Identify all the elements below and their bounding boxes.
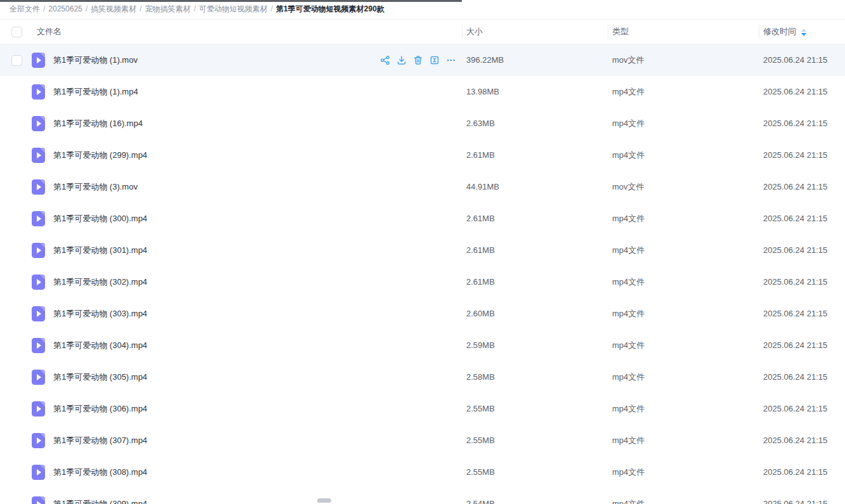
file-size: 2.61MB	[466, 139, 495, 171]
column-divider	[759, 25, 759, 39]
file-type: mov文件	[612, 171, 645, 203]
file-row[interactable]: 第1季可爱动物 (299).mp4	[0, 139, 845, 171]
breadcrumb-separator: /	[193, 4, 195, 13]
file-size: 2.61MB	[466, 266, 495, 298]
video-file-icon	[32, 179, 45, 195]
file-row[interactable]: 第1季可爱动物 (16).mp4	[0, 108, 845, 139]
file-modified-time: 2025.06.24 21:15	[763, 108, 827, 139]
file-size: 2.60MB	[466, 298, 495, 330]
file-name[interactable]: 第1季可爱动物 (303).mp4	[53, 298, 147, 330]
file-name[interactable]: 第1季可爱动物 (299).mp4	[53, 139, 147, 171]
file-modified-time: 2025.06.24 21:15	[763, 298, 827, 330]
file-type: mov文件	[612, 44, 645, 76]
file-type: mp4文件	[612, 139, 645, 171]
file-row[interactable]: 第1季可爱动物 (309).mp4	[0, 488, 845, 504]
breadcrumb-item[interactable]: 20250625	[48, 4, 82, 13]
file-type: mp4文件	[612, 361, 645, 393]
file-size: 2.61MB	[466, 235, 495, 266]
file-name[interactable]: 第1季可爱动物 (304).mp4	[53, 330, 147, 361]
video-file-icon	[32, 275, 45, 290]
file-modified-time: 2025.06.24 21:15	[763, 44, 827, 76]
file-name[interactable]: 第1季可爱动物 (16).mp4	[53, 108, 143, 139]
file-modified-time: 2025.06.24 21:15	[763, 330, 827, 361]
file-modified-time: 2025.06.24 21:15	[763, 171, 827, 203]
file-name[interactable]: 第1季可爱动物 (1).mp4	[53, 76, 138, 108]
column-header-modified-label: 修改时间	[763, 27, 796, 36]
column-header-type[interactable]: 类型	[612, 20, 629, 44]
file-row[interactable]: 第1季可爱动物 (302).mp4	[0, 266, 845, 298]
file-row[interactable]: 第1季可爱动物 (308).mp4	[0, 456, 845, 488]
file-size: 2.61MB	[466, 203, 495, 235]
column-divider	[608, 25, 608, 39]
file-modified-time: 2025.06.24 21:15	[763, 393, 827, 425]
file-row[interactable]: 第1季可爱动物 (1).mp4	[0, 76, 845, 108]
column-header-modified[interactable]: 修改时间	[763, 20, 807, 44]
file-row[interactable]: 第1季可爱动物 (1).mov	[0, 44, 845, 76]
file-modified-time: 2025.06.24 21:15	[763, 425, 827, 456]
row-checkbox[interactable]	[11, 55, 22, 66]
file-name[interactable]: 第1季可爱动物 (309).mp4	[53, 488, 147, 504]
file-size: 44.91MB	[466, 171, 499, 203]
file-modified-time: 2025.06.24 21:15	[763, 456, 827, 488]
file-size: 2.55MB	[466, 425, 495, 456]
column-header-filename[interactable]: 文件名	[37, 20, 62, 44]
file-type: mp4文件	[612, 488, 645, 504]
sort-asc-caret-icon[interactable]	[801, 29, 806, 32]
file-type: mp4文件	[612, 108, 645, 139]
column-header-size[interactable]: 大小	[466, 20, 483, 44]
select-all-checkbox[interactable]	[11, 27, 22, 37]
file-row[interactable]: 第1季可爱动物 (307).mp4	[0, 425, 845, 456]
file-row[interactable]: 第1季可爱动物 (304).mp4	[0, 330, 845, 361]
file-name[interactable]: 第1季可爱动物 (305).mp4	[53, 361, 147, 393]
video-file-icon	[32, 370, 45, 385]
file-size: 2.55MB	[466, 393, 495, 425]
file-type: mp4文件	[612, 76, 645, 108]
file-type: mp4文件	[612, 330, 645, 361]
file-name[interactable]: 第1季可爱动物 (307).mp4	[53, 425, 147, 456]
file-row[interactable]: 第1季可爱动物 (300).mp4	[0, 203, 845, 235]
file-modified-time: 2025.06.24 21:15	[763, 361, 827, 393]
breadcrumb-item[interactable]: 全部文件	[10, 4, 40, 13]
rename-icon[interactable]	[429, 55, 440, 66]
file-type: mp4文件	[612, 266, 645, 298]
breadcrumb-separator: /	[43, 4, 45, 13]
file-row[interactable]: 第1季可爱动物 (303).mp4	[0, 298, 845, 330]
video-file-icon	[32, 338, 45, 353]
video-file-icon	[32, 53, 45, 68]
breadcrumb-item[interactable]: 可爱动物短视频素材	[199, 4, 268, 13]
file-row[interactable]: 第1季可爱动物 (305).mp4	[0, 361, 845, 393]
horizontal-scrollbar-thumb[interactable]	[317, 498, 331, 503]
breadcrumb: 全部文件/20250625/搞笑视频素材/宠物搞笑素材/可爱动物短视频素材/第1…	[0, 2, 845, 19]
file-type: mp4文件	[612, 298, 645, 330]
file-size: 2.54MB	[466, 488, 495, 504]
file-name[interactable]: 第1季可爱动物 (3).mov	[53, 171, 138, 203]
file-name[interactable]: 第1季可爱动物 (308).mp4	[53, 456, 147, 488]
more-icon[interactable]	[445, 55, 456, 66]
breadcrumb-item[interactable]: 搞笑视频素材	[91, 4, 136, 13]
file-row[interactable]: 第1季可爱动物 (306).mp4	[0, 393, 845, 425]
file-type: mp4文件	[612, 456, 645, 488]
download-icon[interactable]	[396, 55, 407, 66]
sort-icon[interactable]	[801, 29, 807, 36]
file-size: 13.98MB	[466, 76, 499, 108]
file-name[interactable]: 第1季可爱动物 (301).mp4	[53, 235, 147, 266]
file-size: 2.55MB	[466, 456, 495, 488]
file-list: 第1季可爱动物 (1).mov	[0, 44, 845, 504]
video-file-icon	[32, 401, 45, 417]
delete-icon[interactable]	[412, 55, 423, 66]
breadcrumb-separator: /	[86, 4, 88, 13]
file-name[interactable]: 第1季可爱动物 (306).mp4	[53, 393, 147, 425]
sort-desc-caret-icon[interactable]	[801, 33, 806, 36]
file-name[interactable]: 第1季可爱动物 (302).mp4	[53, 266, 147, 298]
breadcrumb-item[interactable]: 宠物搞笑素材	[145, 4, 190, 13]
file-row[interactable]: 第1季可爱动物 (301).mp4	[0, 235, 845, 266]
share-icon[interactable]	[379, 55, 390, 66]
file-row[interactable]: 第1季可爱动物 (3).mov	[0, 171, 845, 203]
file-size: 2.59MB	[466, 330, 495, 361]
file-name[interactable]: 第1季可爱动物 (300).mp4	[53, 203, 147, 235]
file-name[interactable]: 第1季可爱动物 (1).mov	[53, 44, 138, 76]
breadcrumb-current: 第1季可爱动物短视频素材290款	[276, 4, 384, 13]
video-file-icon	[32, 496, 45, 504]
file-manager-screen: 全部文件/20250625/搞笑视频素材/宠物搞笑素材/可爱动物短视频素材/第1…	[0, 0, 845, 504]
file-modified-time: 2025.06.24 21:15	[763, 203, 827, 235]
